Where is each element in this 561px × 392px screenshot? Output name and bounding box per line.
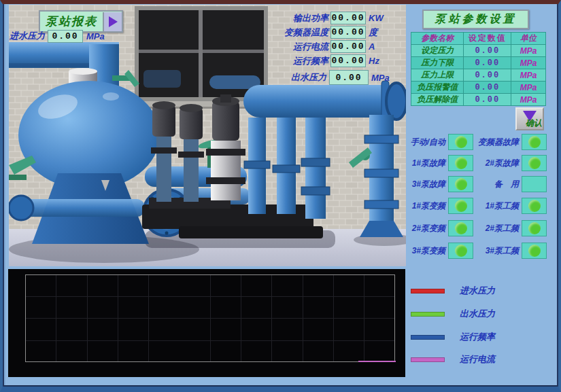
- param-name-cell: 负压解除值: [411, 94, 464, 106]
- telemetry-row: 运行电流 00.00 A: [277, 39, 389, 54]
- pump1-mains-lamp: [522, 198, 547, 214]
- confirm-button[interactable]: 确认: [515, 107, 544, 130]
- outlet-header-pipe: [243, 81, 406, 120]
- pump2-fault-label: 2#泵故障: [473, 158, 522, 169]
- param-value-cell[interactable]: 0.00: [464, 94, 511, 106]
- pump1-fault-lamp: [448, 155, 473, 171]
- legend-swatch-run-frequency: [411, 335, 445, 340]
- trend-plot-area: [25, 274, 395, 362]
- lamp-dot: [528, 136, 541, 148]
- header-unit: 单位: [511, 33, 546, 45]
- hmi-screen: 泵站报表 进水压力 0.00 MPa 输出功率 00.00 KW 变频器温度 0…: [0, 0, 561, 392]
- outlet-pressure-unit: MPa: [371, 73, 390, 83]
- legend-item: 运行电流: [411, 354, 495, 365]
- legend-item: 进水压力: [411, 285, 495, 296]
- pump3-mains-label: 3#泵工频: [473, 245, 522, 257]
- pump3-fault-lamp: [448, 176, 473, 192]
- param-value-cell[interactable]: 0.00: [464, 57, 511, 69]
- pump2-mains-lamp: [522, 220, 547, 236]
- run-current-trace: [358, 361, 396, 362]
- header-set-value: 设定数值: [464, 33, 511, 45]
- param-row: 负压解除值 0.00 MPa: [411, 94, 546, 106]
- status-row-6: 3#泵变频 3#泵工频: [405, 242, 547, 260]
- lamp-dot: [455, 222, 467, 234]
- inverter-temp-label: 变频器温度: [277, 26, 328, 39]
- lamp-dot: [455, 157, 467, 169]
- pump3-vfd-lamp: [448, 243, 473, 259]
- legend-swatch-inlet-pressure: [411, 289, 445, 293]
- pump2-fault-lamp: [522, 155, 547, 171]
- pump2-mains-label: 2#泵工频: [473, 223, 522, 234]
- inverter-fault-label: 变频器故障: [473, 137, 522, 148]
- legend-item: 运行频率: [411, 332, 495, 342]
- inlet-pressure-field: 进水压力 0.00 MPa: [10, 29, 105, 43]
- lamp-dot: [455, 245, 467, 257]
- param-name-cell: 设定压力: [411, 45, 464, 57]
- pump1-fault-label: 1#泵故障: [405, 158, 448, 169]
- status-row-2: 1#泵故障 2#泵故障: [405, 154, 547, 172]
- param-unit-cell: MPa: [511, 94, 546, 106]
- param-unit-cell: MPa: [511, 69, 546, 82]
- report-play-button[interactable]: [103, 12, 122, 31]
- spare-label: 备 用: [473, 179, 522, 190]
- run-current-unit: A: [369, 41, 389, 52]
- manual-auto-label: 手动/自动: [405, 137, 448, 148]
- lamp-dot: [528, 245, 541, 257]
- confirm-button-label: 确认: [526, 118, 542, 129]
- spare-lamp: [522, 176, 547, 192]
- inlet-pressure-value: 0.00: [48, 30, 83, 43]
- play-icon: [109, 16, 118, 27]
- status-row-1: 手动/自动 变频器故障: [405, 133, 547, 151]
- header-param-name: 参数名称: [411, 33, 464, 45]
- param-value-cell[interactable]: 0.00: [464, 69, 511, 82]
- lamp-dot: [528, 222, 541, 234]
- output-power-label: 输出功率: [277, 12, 328, 24]
- settings-panel-title: 泵站参数设置: [422, 10, 529, 29]
- legend-swatch-outlet-pressure: [411, 312, 445, 317]
- pump2-vfd-lamp: [448, 220, 473, 236]
- legend-label: 运行频率: [460, 331, 495, 343]
- param-value-cell[interactable]: 0.00: [464, 82, 511, 94]
- inlet-pressure-label: 进水压力: [10, 30, 45, 42]
- param-name-cell: 负压报警值: [411, 82, 464, 94]
- param-row: 设定压力 0.00 MPa: [411, 45, 546, 57]
- run-current-value: 00.00: [330, 40, 366, 53]
- legend-label: 出水压力: [460, 308, 495, 320]
- manual-auto-lamp[interactable]: [448, 134, 473, 150]
- param-unit-cell: MPa: [511, 82, 546, 94]
- status-row-5: 2#泵变频 2#泵工频: [405, 219, 547, 237]
- run-frequency-label: 运行频率: [277, 55, 328, 67]
- inlet-pressure-unit: MPa: [86, 31, 105, 41]
- param-row: 压力下限 0.00 MPa: [411, 57, 546, 69]
- status-row-4: 1#泵变频 1#泵工频: [405, 197, 547, 215]
- pump1-vfd-label: 1#泵变频: [405, 200, 448, 212]
- telemetry-fields: 输出功率 00.00 KW 变频器温度 00.00 度 运行电流 00.00 A…: [277, 11, 389, 68]
- riser-pipes: [244, 107, 330, 219]
- telemetry-row: 输出功率 00.00 KW: [277, 11, 389, 25]
- param-unit-cell: MPa: [511, 57, 546, 69]
- pump1-vfd-lamp: [448, 198, 473, 214]
- pump2-vfd-label: 2#泵变频: [405, 223, 448, 234]
- pump3-fault-label: 3#泵故障: [405, 179, 448, 190]
- telemetry-row: 变频器温度 00.00 度: [277, 25, 389, 39]
- report-button-label: 泵站报表: [40, 12, 103, 31]
- output-power-value: 00.00: [330, 12, 366, 24]
- legend-item: 出水压力: [411, 308, 495, 319]
- telemetry-row: 运行频率 00.00 Hz: [277, 54, 389, 68]
- inverter-fault-lamp: [522, 134, 547, 150]
- outlet-pressure-value: 0.00: [329, 70, 369, 85]
- trend-chart: [8, 269, 405, 377]
- param-value-cell[interactable]: 0.00: [464, 45, 511, 57]
- parameter-table: 参数名称 设定数值 单位 设定压力 0.00 MPa 压力下限 0.00 MPa…: [411, 32, 546, 106]
- outlet-pressure-label: 出水压力: [291, 71, 326, 84]
- inverter-temp-unit: 度: [369, 26, 389, 39]
- outlet-pressure-field: 出水压力 0.00 MPa: [291, 69, 390, 86]
- output-power-unit: KW: [369, 13, 389, 23]
- legend-label: 进水压力: [460, 285, 495, 297]
- pump3-mains-lamp: [522, 243, 547, 259]
- status-row-3: 3#泵故障 备 用: [405, 175, 547, 193]
- run-frequency-value: 00.00: [330, 54, 366, 67]
- param-row: 压力上限 0.00 MPa: [411, 69, 546, 82]
- inverter-temp-value: 00.00: [330, 26, 366, 39]
- param-header-row: 参数名称 设定数值 单位: [411, 33, 546, 45]
